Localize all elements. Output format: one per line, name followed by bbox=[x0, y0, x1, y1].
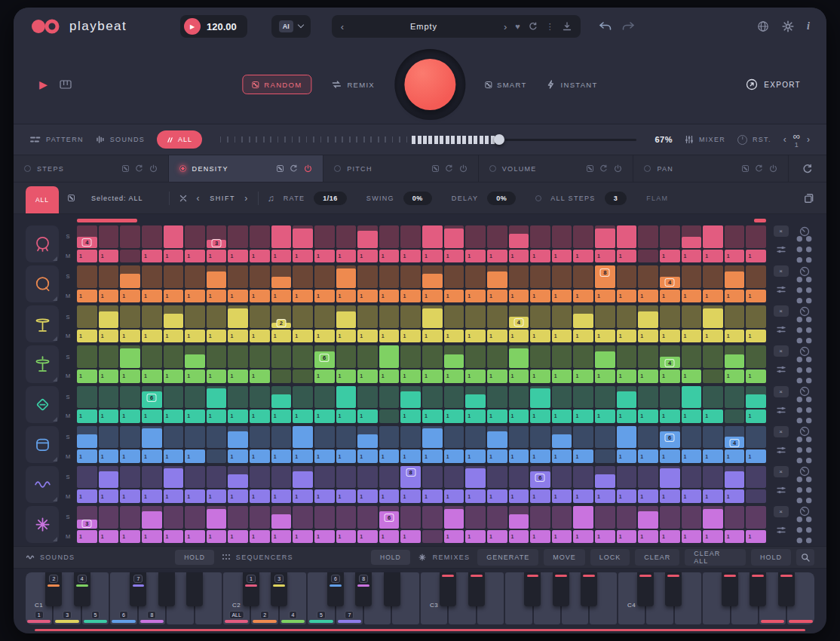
step-cell[interactable] bbox=[357, 345, 378, 368]
step-cell[interactable] bbox=[746, 265, 766, 288]
piano-key-black[interactable]: 1 bbox=[243, 572, 259, 606]
pulse-cell[interactable]: 1 bbox=[207, 489, 227, 502]
pulse-cell[interactable]: 1 bbox=[703, 530, 723, 543]
step-cell[interactable] bbox=[465, 386, 486, 409]
step-cell[interactable] bbox=[682, 305, 702, 328]
step-cell[interactable] bbox=[271, 345, 292, 368]
pulse-cell[interactable]: 1 bbox=[250, 370, 270, 382]
pulse-cell[interactable]: 1 bbox=[444, 449, 464, 462]
track-icon-box[interactable] bbox=[26, 386, 59, 423]
drag-handle-icon[interactable] bbox=[792, 474, 816, 506]
pulse-cell[interactable] bbox=[293, 370, 313, 382]
pulse-cell[interactable]: 1 bbox=[142, 530, 162, 543]
step-cell[interactable] bbox=[99, 506, 119, 529]
piano-key-black[interactable]: 7 bbox=[130, 572, 146, 606]
step-cell[interactable] bbox=[617, 386, 637, 409]
step-cell[interactable] bbox=[207, 506, 227, 529]
track-settings-icon[interactable] bbox=[776, 324, 786, 335]
step-cell[interactable] bbox=[250, 466, 270, 489]
step-cell[interactable] bbox=[573, 506, 593, 529]
step-cell[interactable] bbox=[509, 466, 529, 489]
step-cell[interactable] bbox=[185, 506, 205, 529]
step-cell[interactable] bbox=[746, 506, 766, 529]
pulse-cell[interactable]: 1 bbox=[617, 409, 637, 422]
slider-knob[interactable] bbox=[494, 134, 504, 145]
step-cell[interactable] bbox=[77, 305, 97, 328]
step-cell[interactable] bbox=[120, 345, 140, 368]
step-cell[interactable]: 6 bbox=[314, 345, 335, 368]
drag-handle-icon[interactable] bbox=[792, 354, 816, 386]
step-cell[interactable] bbox=[422, 426, 443, 449]
step-cell[interactable] bbox=[595, 305, 615, 328]
pulse-cell[interactable]: 1 bbox=[400, 530, 421, 543]
piano-key-black[interactable] bbox=[665, 572, 682, 606]
corner-expand-icon[interactable] bbox=[53, 497, 57, 501]
pulse-cell[interactable]: 1 bbox=[336, 449, 357, 462]
step-cell[interactable] bbox=[530, 345, 550, 368]
pulse-cell[interactable]: 1 bbox=[465, 250, 486, 262]
step-cell[interactable] bbox=[682, 345, 702, 368]
refresh-icon[interactable] bbox=[135, 164, 143, 173]
pulse-cell[interactable]: 1 bbox=[164, 530, 184, 543]
pulse-cell[interactable]: 1 bbox=[293, 530, 313, 543]
drag-handle-icon[interactable] bbox=[792, 314, 816, 346]
step-cell[interactable] bbox=[509, 265, 529, 288]
step-cell[interactable] bbox=[573, 225, 593, 248]
step-cell[interactable] bbox=[746, 305, 766, 328]
step-cell[interactable] bbox=[552, 506, 572, 529]
step-cell[interactable] bbox=[573, 386, 593, 409]
pulse-cell[interactable]: 1 bbox=[552, 530, 572, 543]
step-cell[interactable] bbox=[99, 305, 119, 328]
step-cell[interactable] bbox=[703, 426, 723, 449]
step-cell[interactable] bbox=[660, 506, 680, 529]
step-cell[interactable] bbox=[746, 426, 766, 449]
pulse-cell[interactable]: 1 bbox=[77, 489, 97, 502]
corner-expand-icon[interactable] bbox=[53, 296, 57, 301]
pulse-cell[interactable]: 1 bbox=[99, 330, 119, 342]
step-cell[interactable] bbox=[465, 265, 486, 288]
pulse-cell[interactable]: 1 bbox=[746, 370, 766, 382]
pulse-cell[interactable]: 1 bbox=[379, 370, 400, 382]
step-cell[interactable] bbox=[444, 466, 464, 489]
step-cell[interactable] bbox=[703, 225, 723, 248]
pulse-cell[interactable]: 1 bbox=[746, 290, 766, 302]
dice-icon[interactable] bbox=[122, 165, 129, 172]
step-cell[interactable] bbox=[400, 265, 421, 288]
corner-expand-icon[interactable] bbox=[53, 256, 57, 261]
pulse-cell[interactable]: 1 bbox=[444, 370, 464, 382]
step-cell[interactable]: 6 bbox=[142, 386, 162, 409]
step-cell[interactable] bbox=[120, 386, 140, 409]
pulse-cell[interactable]: 1 bbox=[703, 290, 723, 302]
xy-icon[interactable] bbox=[179, 194, 188, 203]
pulse-cell[interactable]: 1 bbox=[77, 290, 97, 302]
step-cell[interactable] bbox=[228, 386, 248, 409]
all-tracks-pill[interactable]: ALL bbox=[157, 130, 202, 149]
step-cell[interactable] bbox=[487, 426, 507, 449]
pulse-cell[interactable]: 1 bbox=[682, 250, 702, 262]
smart-button[interactable]: SMART bbox=[485, 81, 527, 89]
pulse-cell[interactable] bbox=[271, 370, 292, 382]
step-cell[interactable]: 2 bbox=[271, 305, 292, 328]
step-cell[interactable] bbox=[379, 426, 400, 449]
pulse-cell[interactable]: 1 bbox=[682, 370, 702, 382]
step-cell[interactable] bbox=[185, 345, 205, 368]
step-cell[interactable] bbox=[444, 305, 464, 328]
step-cell[interactable] bbox=[703, 345, 723, 368]
pulse-cell[interactable]: 1 bbox=[357, 250, 378, 262]
pulse-cell[interactable]: 1 bbox=[120, 370, 140, 382]
step-cell[interactable] bbox=[336, 386, 357, 409]
step-cell[interactable] bbox=[164, 225, 184, 248]
pulse-cell[interactable]: 1 bbox=[293, 250, 313, 262]
pulse-cell[interactable]: 1 bbox=[573, 449, 593, 462]
refresh-icon[interactable] bbox=[755, 164, 763, 173]
step-cell[interactable] bbox=[120, 305, 140, 328]
pulse-cell[interactable]: 1 bbox=[228, 250, 248, 262]
instant-button[interactable]: INSTANT bbox=[547, 80, 598, 89]
step-cell[interactable] bbox=[552, 265, 572, 288]
solo-button[interactable]: S bbox=[62, 305, 74, 328]
pulse-cell[interactable]: 1 bbox=[400, 489, 421, 502]
export-button[interactable]: EXPORT bbox=[746, 78, 801, 90]
pulse-cell[interactable]: 1 bbox=[77, 370, 97, 382]
step-cell[interactable]: 3 bbox=[77, 506, 97, 529]
pulse-cell[interactable]: 1 bbox=[509, 290, 529, 302]
